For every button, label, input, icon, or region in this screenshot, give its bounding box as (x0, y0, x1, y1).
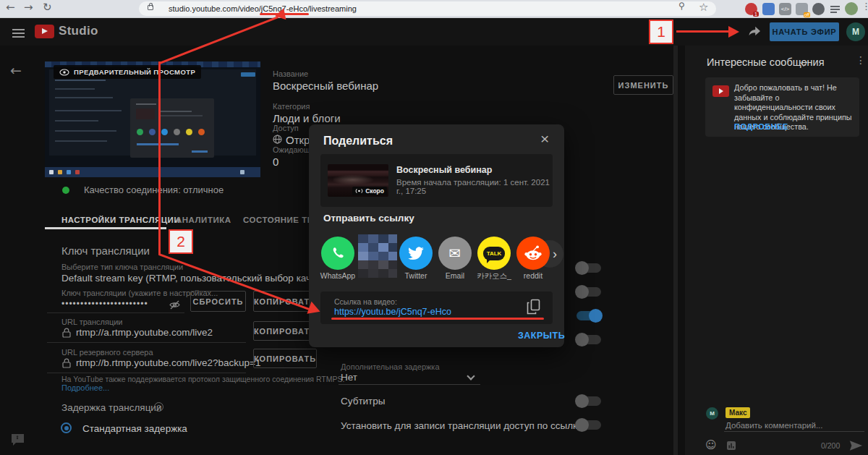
soon-badge: Скоро (352, 187, 387, 195)
chat-menu-icon[interactable]: ⋮ (856, 54, 866, 66)
stream-url-value[interactable]: rtmp://a.rtmp.youtube.com/live2 (76, 327, 213, 338)
backup-url-label: URL резервного сервера (61, 348, 153, 357)
bookmark-star-icon[interactable]: ☆ (699, 1, 708, 14)
extension-icon-code[interactable]: </> (779, 3, 791, 15)
kakao-talk-text: TALK (487, 250, 502, 257)
zoom-page-icon[interactable]: ⚲ (678, 1, 685, 11)
youtube-play-icon (712, 85, 729, 97)
copy-url-button[interactable]: КОПИРОВАТЬ (253, 321, 317, 341)
copy-backup-button[interactable]: КОПИРОВАТЬ (253, 349, 317, 368)
connection-status-dot (62, 187, 69, 194)
video-info-panel: Скоро Воскресный вебинар Время начала тр… (320, 154, 553, 207)
address-bar[interactable]: studio.youtube.com/video/jC5nq7-eHco/liv… (139, 1, 716, 16)
dialog-close-button[interactable]: ЗАКРЫТЬ (518, 331, 565, 341)
stream-key-section-title: Ключ трансляции (61, 244, 150, 257)
share-dialog: Поделиться × Скоро Воскресный вебинар Вр… (309, 124, 564, 347)
emoji-icon[interactable]: ☺ (705, 438, 717, 451)
chat-panel: Интересные сообщения ⋮ Добро пожаловать … (685, 46, 868, 455)
rtmps-more-link[interactable]: Подробнее... (61, 383, 109, 392)
share-video-title: Воскресный вебинар (396, 165, 492, 175)
standard-latency-radio[interactable] (61, 422, 72, 433)
edit-button[interactable]: ИЗМЕНИТЬ (613, 75, 673, 95)
annotation-step-2: 2 (169, 229, 193, 254)
eye-icon (59, 69, 69, 76)
poll-icon[interactable] (726, 441, 736, 451)
hamburger-menu-icon[interactable] (12, 27, 25, 40)
live-icon (355, 188, 363, 194)
chat-input[interactable]: Добавить комментарий... (726, 421, 823, 430)
extensions-puzzle-icon[interactable] (812, 3, 825, 15)
extra-delay-value[interactable]: Нет (341, 372, 357, 383)
reset-key-button[interactable]: СБРОСИТЬ (190, 291, 246, 312)
browser-forward-icon[interactable]: → (24, 1, 33, 14)
browser-back-icon[interactable]: ← (6, 1, 15, 14)
browser-menu-icon[interactable]: ⋮ (861, 1, 868, 12)
preview-mini-dialog (130, 98, 214, 158)
back-arrow-icon[interactable]: ← (10, 62, 22, 78)
delay-dropdown-underline (339, 384, 480, 385)
browser-refresh-icon[interactable]: ↻ (43, 1, 52, 14)
reddit-icon[interactable] (516, 237, 550, 270)
copy-icon[interactable] (527, 299, 540, 315)
preview-page (49, 69, 256, 156)
extension-icon-camera[interactable]: off (796, 3, 808, 15)
key-type-label: Выберите тип ключа трансляции (61, 263, 183, 271)
key-field-underline (47, 312, 184, 313)
send-icon[interactable] (848, 439, 863, 451)
page-url[interactable]: studio.youtube.com/video/jC5nq7-eHco/liv… (169, 1, 357, 16)
stream-key-masked[interactable]: ••••••••••••••••••••••• (61, 299, 148, 309)
eye-off-icon[interactable] (169, 299, 181, 310)
blurred-icon[interactable] (358, 234, 397, 278)
start-stream-button[interactable]: НАЧАТЬ ЭФИР (770, 22, 839, 41)
record-access-label: Установить для записи трансляции доступ … (341, 420, 583, 431)
annotation-arrow-1-line (676, 30, 730, 33)
youtube-logo-icon[interactable] (35, 25, 54, 38)
lock-icon (62, 358, 71, 368)
kakao-icon[interactable]: TALK (477, 237, 511, 270)
preview-thumbnail[interactable]: ПРЕДВАРИТЕЛЬНЫЙ ПРОСМОТР (45, 61, 260, 177)
setting-toggle-3-on[interactable] (576, 311, 601, 320)
video-thumbnail: Скоро (328, 164, 388, 197)
active-tab-underline (45, 227, 166, 229)
url-suffix: /livestreaming (307, 4, 357, 13)
browser-toolbar: ← → ↻ studio.youtube.com/video/jC5nq7-eH… (0, 0, 868, 18)
tab-analytics[interactable]: АНАЛИТИКА (176, 216, 231, 224)
twitter-icon[interactable] (399, 237, 433, 270)
record-access-toggle[interactable] (576, 420, 601, 430)
share-start-time: Время начала трансляции: 1 сент. 2021 г.… (396, 178, 553, 195)
dialog-title: Поделиться (323, 135, 393, 148)
video-title: Воскресный вебинар (273, 80, 378, 92)
backup-url-value[interactable]: rtmp://b.rtmp.youtube.com/live2?backup=1 (76, 357, 261, 368)
tab-stream-settings[interactable]: НАСТРОЙКИ ТРАНСЛЯЦИИ (61, 216, 180, 224)
adblock-extension-icon[interactable]: 1 (745, 3, 757, 15)
annotation-arrow-1-head (728, 26, 739, 38)
whatsapp-label: WhatsApp (312, 271, 363, 280)
chat-more-link[interactable]: ПОДРОБНЕЕ (734, 122, 788, 131)
setting-toggle-4[interactable] (576, 335, 601, 344)
main-scrollbar[interactable] (673, 46, 678, 455)
preview-taskbar (45, 167, 260, 177)
key-type-value[interactable]: Default stream key (RTMP, пользовательск… (61, 273, 340, 284)
email-icon[interactable]: ✉ (438, 237, 472, 270)
backup-field-underline (47, 373, 246, 373)
share-icon[interactable] (746, 26, 761, 38)
setting-toggle-1[interactable] (576, 263, 601, 273)
close-icon[interactable]: × (540, 130, 549, 148)
video-link[interactable]: https://youtu.be/jC5nq7-eHco (334, 307, 451, 317)
chevron-down-icon[interactable] (467, 372, 475, 380)
title-label: Название (273, 69, 308, 78)
globe-icon (273, 135, 282, 144)
send-link-header: Отправить ссылку (323, 213, 414, 224)
browser-profile-avatar[interactable] (845, 2, 858, 15)
setting-toggle-2[interactable] (576, 287, 601, 297)
help-icon[interactable]: ? (154, 402, 163, 412)
code-icon-label: </> (781, 6, 790, 12)
captions-toggle[interactable] (576, 396, 601, 406)
chat-user-badge: Макс (726, 407, 750, 418)
extension-icon-blue[interactable] (762, 3, 775, 15)
whatsapp-icon[interactable] (321, 237, 354, 270)
feedback-bubble-icon[interactable] (10, 433, 25, 447)
account-avatar[interactable]: M (846, 22, 865, 41)
reading-list-icon[interactable] (829, 3, 841, 15)
waiting-count: 0 (273, 156, 278, 168)
